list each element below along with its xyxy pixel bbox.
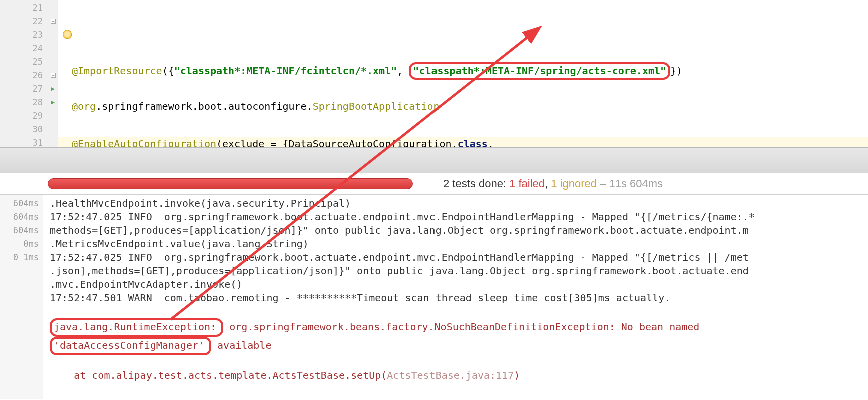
console-panel: 604ms 604ms 604ms 0ms 0 1ms .HealthMvcEn…	[0, 194, 868, 400]
run-gutter-icon[interactable]: ▶	[51, 98, 55, 106]
log-line: .MetricsMvcEndpoint.value(java.lang.Stri…	[50, 238, 309, 250]
stacktrace-line[interactable]: at com.alipay.test.acts.template.ActsTes…	[50, 370, 520, 382]
gutter-line: 27▶	[0, 82, 58, 96]
fold-icon[interactable]: −	[51, 73, 56, 78]
test-duration[interactable]: 604ms	[0, 224, 39, 238]
test-duration[interactable]: 0ms	[0, 238, 39, 251]
test-status-bar: 2 tests done: 1 failed, 1 ignored – 11s …	[0, 174, 868, 194]
gutter-line: 28▶	[0, 96, 58, 109]
log-line: .json],methods=[GET],produces=[applicati…	[50, 265, 749, 277]
gutter-line: 24	[0, 42, 58, 55]
code-line[interactable]: @org.springframework.boot.autoconfigure.…	[58, 100, 868, 114]
test-duration[interactable]: 604ms	[0, 197, 39, 210]
gutter-line: 26−	[0, 68, 58, 82]
test-tree-sidebar[interactable]: 604ms 604ms 604ms 0ms 0 1ms	[0, 195, 43, 400]
log-line: 17:52:47.025 INFO org.springframework.bo…	[50, 211, 755, 223]
fold-icon[interactable]: −	[51, 19, 56, 24]
intention-bulb-icon[interactable]	[63, 30, 72, 39]
console-output[interactable]: .HealthMvcEndpoint.invoke(java.security.…	[43, 195, 868, 400]
run-gutter-icon[interactable]: ▶	[51, 85, 55, 92]
gutter-line: 31	[0, 136, 58, 148]
gutter-line: 25	[0, 55, 58, 68]
test-duration[interactable]: 0 1ms	[0, 251, 39, 264]
code-line[interactable]	[58, 25, 868, 38]
test-duration[interactable]: 604ms	[0, 210, 39, 224]
code-line-current[interactable]: @EnableAutoConfiguration(exclude = {Data…	[58, 138, 868, 148]
error-line: java.lang.RuntimeException: org.springfr…	[50, 321, 705, 352]
gutter-line: 22−	[0, 14, 58, 28]
code-area[interactable]: @ImportResource({"classpath*:META-INF/fc…	[58, 0, 868, 148]
panel-divider[interactable]	[0, 148, 868, 174]
highlight-box-1: "classpath*:META-INF/spring/acts-core.xm…	[409, 62, 670, 80]
gutter-line: 30	[0, 122, 58, 136]
highlight-box-2b: 'dataAccessConfigManager'	[50, 337, 211, 356]
code-editor[interactable]: 21 22− 23 24 25 26− 27▶ 28▶ 29 30 31 @Im…	[0, 0, 868, 148]
gutter-line: 23	[0, 28, 58, 42]
log-line: methods=[GET],produces=[application/json…	[50, 224, 749, 236]
test-status-text: 2 tests done: 1 failed, 1 ignored – 11s …	[443, 178, 663, 190]
gutter-line: 21	[0, 1, 58, 14]
test-progress-bar	[48, 178, 413, 190]
log-line: .mvc.EndpointMvcAdapter.invoke()	[50, 278, 242, 290]
log-line: .HealthMvcEndpoint.invoke(java.security.…	[50, 198, 351, 210]
log-line: 17:52:47.501 WARN com.taobao.remoting - …	[50, 292, 670, 304]
log-line: 17:52:47.025 INFO org.springframework.bo…	[50, 252, 749, 264]
editor-gutter: 21 22− 23 24 25 26− 27▶ 28▶ 29 30 31	[0, 0, 58, 148]
highlight-box-2: java.lang.RuntimeException:	[50, 318, 223, 337]
gutter-line: 29	[0, 109, 58, 122]
code-line[interactable]: @ImportResource({"classpath*:META-INF/fc…	[58, 62, 868, 76]
